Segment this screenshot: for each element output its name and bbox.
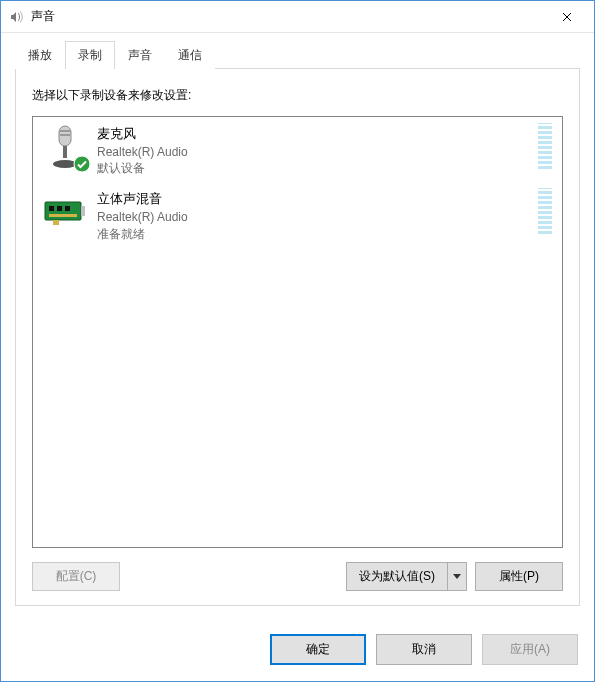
close-button[interactable] bbox=[544, 2, 590, 32]
svg-rect-7 bbox=[49, 206, 54, 211]
panel-actions: 配置(C) 设为默认值(S) 属性(P) bbox=[32, 562, 563, 591]
svg-rect-9 bbox=[65, 206, 70, 211]
tab-panel: 选择以下录制设备来修改设置: bbox=[15, 68, 580, 606]
svg-rect-8 bbox=[57, 206, 62, 211]
dialog-actions: 确定 取消 应用(A) bbox=[1, 620, 594, 681]
instruction-text: 选择以下录制设备来修改设置: bbox=[32, 87, 563, 104]
cancel-button[interactable]: 取消 bbox=[376, 634, 472, 665]
svg-rect-3 bbox=[63, 146, 67, 158]
svg-rect-2 bbox=[60, 134, 70, 136]
svg-point-5 bbox=[74, 156, 90, 172]
level-meter bbox=[538, 123, 552, 169]
close-icon bbox=[562, 12, 572, 22]
titlebar: 声音 bbox=[1, 1, 594, 33]
set-default-split-button: 设为默认值(S) bbox=[346, 562, 467, 591]
volume-icon bbox=[9, 9, 25, 25]
device-status: 默认设备 bbox=[97, 160, 530, 176]
svg-rect-1 bbox=[60, 130, 70, 132]
device-info: 麦克风 Realtek(R) Audio 默认设备 bbox=[97, 123, 530, 176]
tab-strip: 播放 录制 声音 通信 bbox=[15, 41, 580, 69]
device-list[interactable]: 麦克风 Realtek(R) Audio 默认设备 bbox=[32, 116, 563, 548]
ok-button[interactable]: 确定 bbox=[270, 634, 366, 665]
microphone-icon bbox=[41, 123, 89, 171]
properties-button[interactable]: 属性(P) bbox=[475, 562, 563, 591]
device-status: 准备就绪 bbox=[97, 226, 530, 242]
device-row[interactable]: 立体声混音 Realtek(R) Audio 准备就绪 bbox=[33, 182, 562, 247]
sound-dialog: 声音 播放 录制 声音 通信 选择以下录制设备来修改设置: bbox=[0, 0, 595, 682]
set-default-button[interactable]: 设为默认值(S) bbox=[346, 562, 447, 591]
configure-button: 配置(C) bbox=[32, 562, 120, 591]
level-meter bbox=[538, 188, 552, 234]
set-default-dropdown[interactable] bbox=[447, 562, 467, 591]
soundcard-icon bbox=[41, 188, 89, 236]
svg-rect-11 bbox=[81, 206, 85, 216]
check-badge-icon bbox=[73, 155, 91, 173]
apply-button: 应用(A) bbox=[482, 634, 578, 665]
device-row[interactable]: 麦克风 Realtek(R) Audio 默认设备 bbox=[33, 117, 562, 182]
device-name: 麦克风 bbox=[97, 125, 530, 143]
svg-rect-12 bbox=[53, 220, 59, 225]
dialog-content: 播放 录制 声音 通信 选择以下录制设备来修改设置: bbox=[1, 33, 594, 620]
device-info: 立体声混音 Realtek(R) Audio 准备就绪 bbox=[97, 188, 530, 241]
tab-sounds[interactable]: 声音 bbox=[115, 41, 165, 69]
tab-playback[interactable]: 播放 bbox=[15, 41, 65, 69]
svg-rect-10 bbox=[49, 214, 77, 217]
tab-comm[interactable]: 通信 bbox=[165, 41, 215, 69]
window-title: 声音 bbox=[31, 8, 544, 25]
device-driver: Realtek(R) Audio bbox=[97, 144, 530, 160]
device-name: 立体声混音 bbox=[97, 190, 530, 208]
tab-recording[interactable]: 录制 bbox=[65, 41, 115, 69]
chevron-down-icon bbox=[453, 574, 461, 579]
device-driver: Realtek(R) Audio bbox=[97, 209, 530, 225]
